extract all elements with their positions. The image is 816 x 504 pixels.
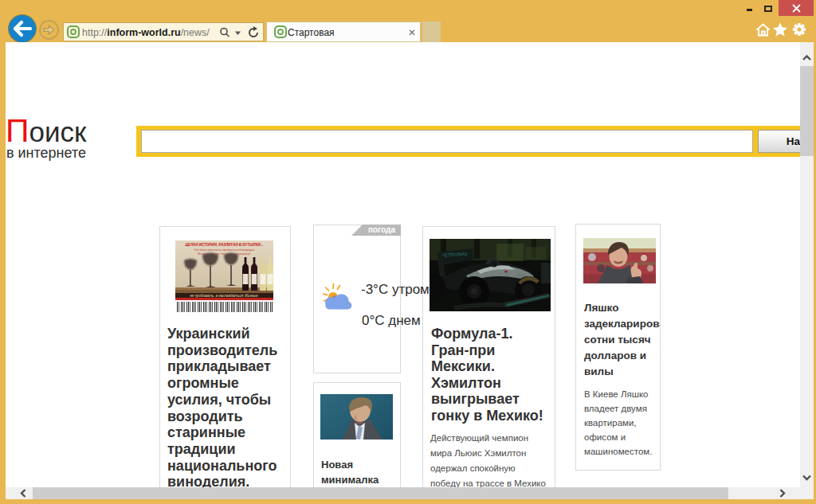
svg-text:не пробовать, а наслаждаться Ж: не пробовать, а наслаждаться Жизнью	[190, 294, 258, 298]
